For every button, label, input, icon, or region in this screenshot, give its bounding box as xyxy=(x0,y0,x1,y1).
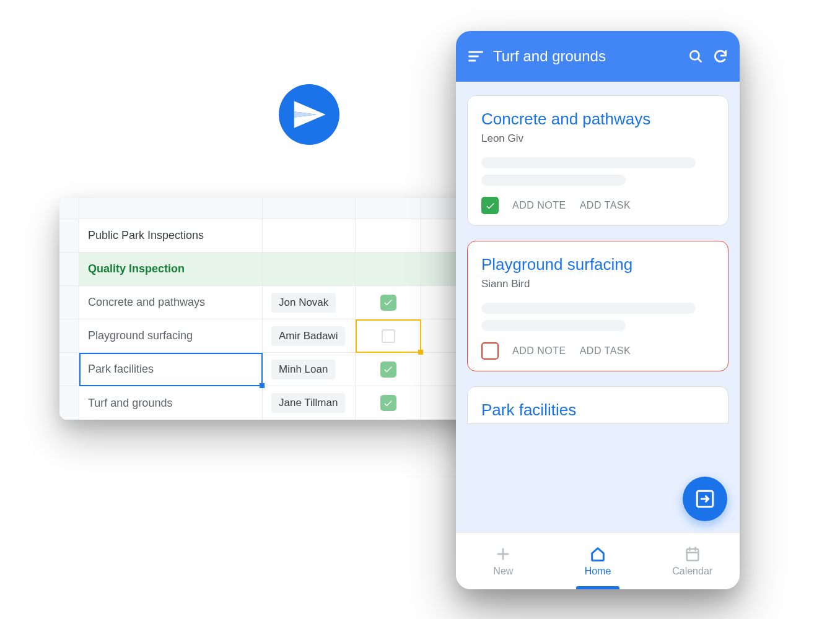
nav-label: Calendar xyxy=(672,566,712,577)
nav-active-indicator xyxy=(576,586,619,589)
nav-new[interactable]: New xyxy=(456,533,551,589)
paper-plane-badge xyxy=(279,84,339,145)
card-subtitle: Siann Bird xyxy=(481,278,714,290)
app-header: Turf and grounds xyxy=(456,31,740,82)
checkmark-icon xyxy=(380,361,396,378)
person-chip[interactable]: Amir Badawi xyxy=(271,326,345,346)
add-note-button[interactable]: ADD NOTE xyxy=(512,200,566,211)
task-card-peek[interactable]: Park facilities xyxy=(467,386,728,424)
calendar-icon xyxy=(684,545,701,563)
card-subtitle: Leon Giv xyxy=(481,132,714,145)
phone-mockup: Turf and grounds Concrete and pathways L… xyxy=(456,31,740,589)
person-chip[interactable]: Jon Novak xyxy=(271,293,336,313)
done-cell[interactable] xyxy=(356,319,421,352)
phone-content[interactable]: Concrete and pathways Leon Giv ADD NOTE … xyxy=(456,82,740,532)
card-checkbox-undone[interactable] xyxy=(481,342,499,360)
task-cell[interactable]: Turf and grounds xyxy=(79,386,263,420)
skeleton-line xyxy=(481,175,626,186)
person-chip[interactable]: Minh Loan xyxy=(271,360,335,379)
task-cell[interactable]: Playground surfacing xyxy=(79,319,263,352)
nav-label: New xyxy=(493,566,513,577)
sheet-title-cell[interactable]: Public Park Inspections xyxy=(79,219,263,252)
checkmark-icon xyxy=(380,395,396,411)
nav-calendar[interactable]: Calendar xyxy=(645,533,740,589)
done-cell[interactable] xyxy=(356,286,421,319)
person-chip[interactable]: Jane Tillman xyxy=(271,393,345,413)
plus-icon xyxy=(494,545,512,563)
skeleton-line xyxy=(481,157,696,168)
search-icon[interactable] xyxy=(688,48,704,64)
app-title: Turf and grounds xyxy=(493,48,679,65)
paper-plane-icon xyxy=(291,97,327,132)
card-title: Park facilities xyxy=(481,400,714,420)
home-icon xyxy=(589,545,606,563)
add-task-button[interactable]: ADD TASK xyxy=(580,345,631,357)
arrow-box-icon xyxy=(694,488,715,509)
bottom-nav: New Home Calendar xyxy=(456,532,740,589)
checkmark-icon xyxy=(380,295,396,311)
svg-rect-2 xyxy=(686,549,698,561)
task-cell[interactable]: Park facilities xyxy=(79,353,263,386)
sheet-group-cell[interactable]: Quality Inspection xyxy=(79,253,263,285)
refresh-icon[interactable] xyxy=(712,48,728,64)
task-cell[interactable]: Concrete and pathways xyxy=(79,286,263,319)
add-task-button[interactable]: ADD TASK xyxy=(580,200,631,211)
nav-home[interactable]: Home xyxy=(551,533,645,589)
skeleton-line xyxy=(481,320,626,331)
fab-button[interactable] xyxy=(683,477,727,521)
task-card[interactable]: Concrete and pathways Leon Giv ADD NOTE … xyxy=(467,95,728,226)
add-note-button[interactable]: ADD NOTE xyxy=(512,345,566,357)
unchecked-box-icon xyxy=(382,329,395,343)
card-title: Concrete and pathways xyxy=(481,110,714,129)
card-checkbox-done[interactable] xyxy=(481,197,499,214)
card-title: Playground surfacing xyxy=(481,255,714,274)
menu-icon[interactable] xyxy=(467,48,484,65)
skeleton-line xyxy=(481,303,696,314)
done-cell[interactable] xyxy=(356,353,421,386)
done-cell[interactable] xyxy=(356,386,421,420)
nav-label: Home xyxy=(585,566,611,577)
task-card-alert[interactable]: Playground surfacing Siann Bird ADD NOTE… xyxy=(467,241,728,371)
